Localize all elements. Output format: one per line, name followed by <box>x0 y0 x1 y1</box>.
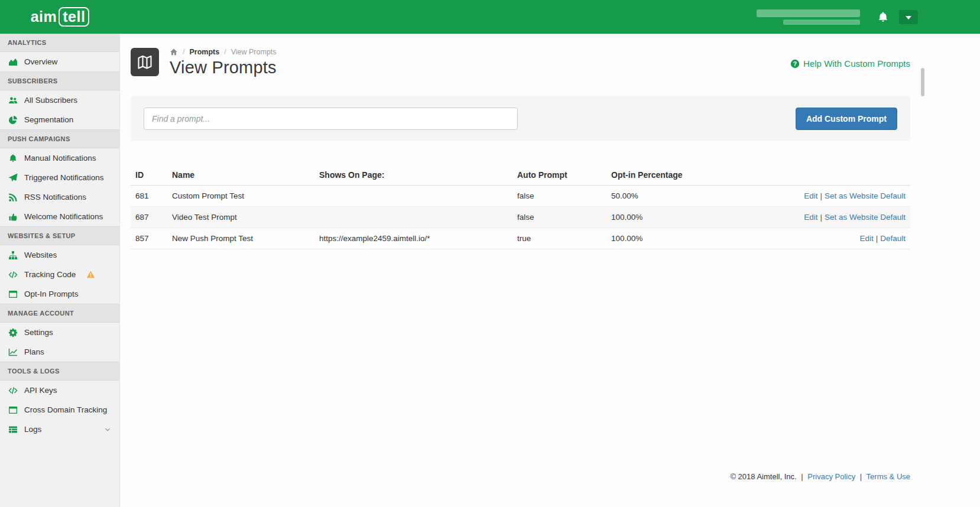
cell-optin-percentage: 100.00% <box>606 228 734 249</box>
sidebar-item-label: RSS Notifications <box>24 193 86 202</box>
sidebar-item-welcome-notifications[interactable]: Welcome Notifications <box>0 207 119 226</box>
sidebar-item-label: Overview <box>24 57 57 66</box>
column-header-id: ID <box>131 165 167 186</box>
sidebar-item-plans[interactable]: Plans <box>0 342 119 362</box>
sidebar-item-rss-notifications[interactable]: RSS Notifications <box>0 187 119 207</box>
gears-icon <box>8 327 18 337</box>
cell-id: 687 <box>131 207 167 228</box>
sidebar-item-label: All Subscribers <box>24 96 77 105</box>
code-icon <box>8 385 18 395</box>
edit-link[interactable]: Edit <box>859 234 873 243</box>
column-header-auto-prompt: Auto Prompt <box>512 165 606 186</box>
sidebar-section-manage-account: MANAGE ACCOUNT <box>0 304 119 323</box>
privacy-policy-link[interactable]: Privacy Policy <box>807 472 855 481</box>
home-icon[interactable] <box>170 48 178 56</box>
table-row: 687 Video Test Prompt false 100.00% Edit… <box>131 207 910 228</box>
add-custom-prompt-button[interactable]: Add Custom Prompt <box>796 108 897 130</box>
redacted-bar <box>757 9 860 17</box>
sidebar-item-tracking-code[interactable]: Tracking Code <box>0 265 119 284</box>
edit-link[interactable]: Edit <box>804 191 817 200</box>
area-chart-icon <box>8 57 18 67</box>
bell-icon[interactable] <box>877 11 890 24</box>
terms-link[interactable]: Terms & Use <box>867 472 910 481</box>
footer-separator: | <box>860 472 862 481</box>
question-circle-icon: ? <box>790 59 800 69</box>
search-panel: Add Custom Prompt <box>131 96 910 141</box>
sidebar-item-all-subscribers[interactable]: All Subscribers <box>0 90 119 110</box>
breadcrumb-current: View Prompts <box>231 48 277 56</box>
main-content: / Prompts / View Prompts View Prompts ? … <box>120 34 980 507</box>
rss-icon <box>8 192 18 202</box>
users-icon <box>8 95 18 105</box>
column-header-actions <box>734 165 910 186</box>
chevron-down-icon <box>103 425 112 434</box>
sidebar-item-label: Plans <box>24 347 44 356</box>
sidebar-item-label: Segmentation <box>24 115 73 124</box>
column-header-shows-on-page: Shows On Page: <box>314 165 512 186</box>
sidebar-item-websites[interactable]: Websites <box>0 245 119 265</box>
sidebar-item-label: Cross Domain Tracking <box>24 405 107 414</box>
cell-auto-prompt: false <box>512 207 606 228</box>
warning-icon <box>86 270 95 279</box>
cell-shows-on-page: https://example2459.aimtell.io/* <box>314 228 512 249</box>
aimtell-logo[interactable]: aimtell <box>0 7 120 27</box>
sidebar: ANALYTICS Overview SUBSCRIBERS All Subsc… <box>0 34 120 507</box>
cell-id: 681 <box>131 186 167 207</box>
svg-text:?: ? <box>793 60 797 67</box>
pie-chart-icon <box>8 115 18 125</box>
sidebar-item-opt-in-prompts[interactable]: Opt-In Prompts <box>0 284 119 304</box>
sidebar-item-label: Websites <box>24 251 57 259</box>
code-icon <box>8 269 18 280</box>
sidebar-section-websites-setup: WEBSITES & SETUP <box>0 226 119 245</box>
cell-shows-on-page <box>314 207 512 228</box>
sidebar-item-segmentation[interactable]: Segmentation <box>0 110 119 129</box>
scrollbar-thumb[interactable] <box>921 68 924 96</box>
table-icon <box>8 424 18 434</box>
sidebar-item-api-keys[interactable]: API Keys <box>0 381 119 400</box>
cell-name: New Push Prompt Test <box>167 228 314 249</box>
footer: © 2018 Aimtell, Inc. | Privacy Policy | … <box>730 472 910 481</box>
sidebar-item-cross-domain-tracking[interactable]: Cross Domain Tracking <box>0 400 119 420</box>
column-header-optin-percentage: Opt-in Percentage <box>606 165 734 186</box>
page-header: / Prompts / View Prompts View Prompts ? … <box>131 48 910 77</box>
line-chart-icon <box>8 347 18 357</box>
vertical-scrollbar[interactable] <box>921 34 924 507</box>
sidebar-section-subscribers: SUBSCRIBERS <box>0 72 119 90</box>
search-input[interactable] <box>144 108 518 130</box>
sidebar-section-push-campaigns: PUSH CAMPAIGNS <box>0 129 119 148</box>
sidebar-item-label: API Keys <box>24 386 57 395</box>
sidebar-item-label: Manual Notifications <box>24 154 96 162</box>
help-link[interactable]: ? Help With Custom Prompts <box>790 58 910 69</box>
window-icon <box>8 405 18 415</box>
table-header-row: ID Name Shows On Page: Auto Prompt Opt-i… <box>131 165 910 186</box>
window-icon <box>8 289 18 299</box>
table-row: 681 Custom Prompt Test false 50.00% Edit… <box>131 186 910 207</box>
help-link-label: Help With Custom Prompts <box>803 58 910 69</box>
edit-link[interactable]: Edit <box>804 213 817 222</box>
sidebar-item-label: Settings <box>24 328 53 337</box>
sidebar-item-logs[interactable]: Logs <box>0 420 119 439</box>
default-link[interactable]: Default <box>880 234 906 243</box>
cell-optin-percentage: 100.00% <box>606 207 734 228</box>
sidebar-item-overview[interactable]: Overview <box>0 52 119 72</box>
cell-optin-percentage: 50.00% <box>606 186 734 207</box>
action-separator: | <box>876 234 878 243</box>
sidebar-item-triggered-notifications[interactable]: Triggered Notifications <box>0 168 119 187</box>
sidebar-item-label: Triggered Notifications <box>24 173 104 182</box>
logo-text-aim: aim <box>31 8 57 25</box>
action-separator: | <box>820 191 822 200</box>
sidebar-item-label: Logs <box>24 425 41 434</box>
account-info-redacted <box>757 9 860 25</box>
sidebar-item-settings[interactable]: Settings <box>0 323 119 342</box>
sidebar-item-manual-notifications[interactable]: Manual Notifications <box>0 148 119 168</box>
prompts-table: ID Name Shows On Page: Auto Prompt Opt-i… <box>131 165 910 249</box>
cell-name: Custom Prompt Test <box>167 186 314 207</box>
set-website-default-link[interactable]: Set as Website Default <box>825 213 906 222</box>
caret-down-icon <box>906 12 911 21</box>
user-menu-button[interactable] <box>899 10 918 24</box>
set-website-default-link[interactable]: Set as Website Default <box>825 191 906 200</box>
breadcrumb-prompts-link[interactable]: Prompts <box>189 48 219 56</box>
logo-text-tell: tell <box>59 7 89 27</box>
page-title: View Prompts <box>170 58 277 77</box>
paper-plane-icon <box>8 173 18 183</box>
